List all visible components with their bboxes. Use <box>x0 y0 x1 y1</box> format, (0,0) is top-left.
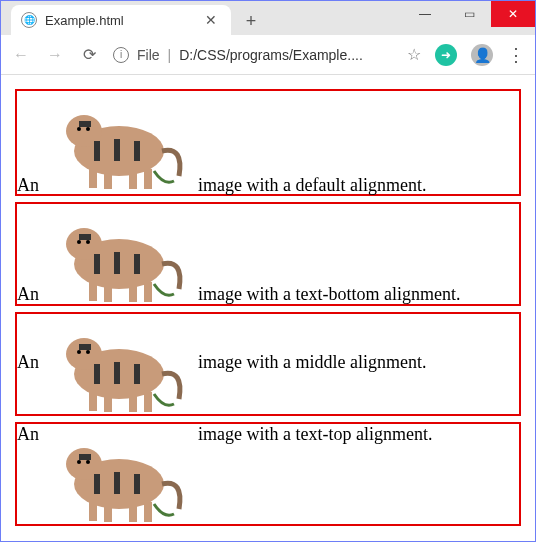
svg-point-22 <box>77 240 81 244</box>
browser-tab-active[interactable]: 🌐 Example.html ✕ <box>11 5 231 35</box>
toolbar: ← → ⟳ i File | D:/CSS/programs/Example..… <box>1 35 535 75</box>
site-info-icon[interactable]: i <box>113 47 129 63</box>
example-row-default: An image with a default alignment. <box>15 89 521 196</box>
row-prefix: An <box>17 284 39 304</box>
svg-rect-15 <box>94 254 100 274</box>
svg-rect-14 <box>79 234 91 240</box>
tiger-image <box>44 314 194 414</box>
back-button[interactable]: ← <box>11 46 31 64</box>
profile-icon[interactable]: 👤 <box>471 44 493 66</box>
row-suffix: image with a middle alignment. <box>198 352 426 372</box>
svg-rect-20 <box>129 280 137 302</box>
svg-rect-31 <box>104 392 112 412</box>
url-scheme: File <box>137 47 160 63</box>
svg-rect-30 <box>89 389 97 411</box>
row-suffix: image with a default alignment. <box>198 175 426 195</box>
svg-rect-40 <box>114 472 120 494</box>
bookmark-star-icon[interactable]: ☆ <box>407 45 421 64</box>
svg-rect-44 <box>129 500 137 522</box>
minimize-button[interactable]: — <box>403 1 447 27</box>
svg-point-34 <box>77 350 81 354</box>
close-button[interactable]: ✕ <box>491 1 535 27</box>
maximize-button[interactable]: ▭ <box>447 1 491 27</box>
svg-rect-6 <box>89 166 97 188</box>
svg-rect-29 <box>134 364 140 384</box>
svg-rect-43 <box>104 502 112 522</box>
globe-icon: 🌐 <box>21 12 37 28</box>
row-prefix: An <box>17 175 39 195</box>
tab-title: Example.html <box>45 13 193 28</box>
svg-rect-27 <box>94 364 100 384</box>
svg-point-35 <box>86 350 90 354</box>
svg-rect-21 <box>144 282 152 302</box>
svg-rect-19 <box>104 282 112 302</box>
svg-rect-38 <box>79 454 91 460</box>
svg-rect-2 <box>79 121 91 127</box>
svg-point-47 <box>86 460 90 464</box>
tab-close-icon[interactable]: ✕ <box>201 12 221 28</box>
svg-rect-26 <box>79 344 91 350</box>
tiger-image <box>44 424 194 524</box>
svg-rect-28 <box>114 362 120 384</box>
row-prefix: An <box>17 424 39 444</box>
svg-point-23 <box>86 240 90 244</box>
svg-rect-42 <box>89 499 97 521</box>
window-controls: — ▭ ✕ <box>403 1 535 27</box>
reload-button[interactable]: ⟳ <box>79 45 99 64</box>
svg-rect-45 <box>144 502 152 522</box>
address-bar[interactable]: i File | D:/CSS/programs/Example.... <box>113 47 393 63</box>
page-content: An image with a default alignment. An <box>1 75 535 542</box>
svg-rect-9 <box>144 169 152 189</box>
svg-rect-33 <box>144 392 152 412</box>
tiger-image <box>44 91 194 191</box>
svg-rect-17 <box>134 254 140 274</box>
url-separator: | <box>168 47 172 63</box>
example-row-text-bottom: An image with a text-bottom alignment. <box>15 202 521 306</box>
svg-rect-41 <box>134 474 140 494</box>
example-row-middle: An image with a middle alignment. <box>15 312 521 416</box>
svg-rect-8 <box>129 167 137 189</box>
new-tab-button[interactable]: + <box>237 7 265 35</box>
row-suffix: image with a text-top alignment. <box>198 424 432 444</box>
svg-rect-5 <box>134 141 140 161</box>
svg-rect-18 <box>89 279 97 301</box>
svg-point-10 <box>77 127 81 131</box>
example-row-text-top: An image with a text-top alignment. <box>15 422 521 526</box>
svg-rect-3 <box>94 141 100 161</box>
row-prefix: An <box>17 352 39 372</box>
forward-button[interactable]: → <box>45 46 65 64</box>
svg-point-46 <box>77 460 81 464</box>
url-path: D:/CSS/programs/Example.... <box>179 47 363 63</box>
svg-rect-4 <box>114 139 120 161</box>
browser-window: — ▭ ✕ 🌐 Example.html ✕ + ← → ⟳ i File | … <box>0 0 536 542</box>
svg-rect-32 <box>129 390 137 412</box>
extension-icon[interactable]: ➜ <box>435 44 457 66</box>
svg-rect-16 <box>114 252 120 274</box>
kebab-menu-icon[interactable]: ⋮ <box>507 44 525 66</box>
svg-point-11 <box>86 127 90 131</box>
tiger-image <box>44 204 194 304</box>
svg-rect-39 <box>94 474 100 494</box>
row-suffix: image with a text-bottom alignment. <box>198 284 460 304</box>
svg-rect-7 <box>104 169 112 189</box>
tab-strip: 🌐 Example.html ✕ + <box>1 1 265 35</box>
titlebar: — ▭ ✕ 🌐 Example.html ✕ + <box>1 1 535 35</box>
